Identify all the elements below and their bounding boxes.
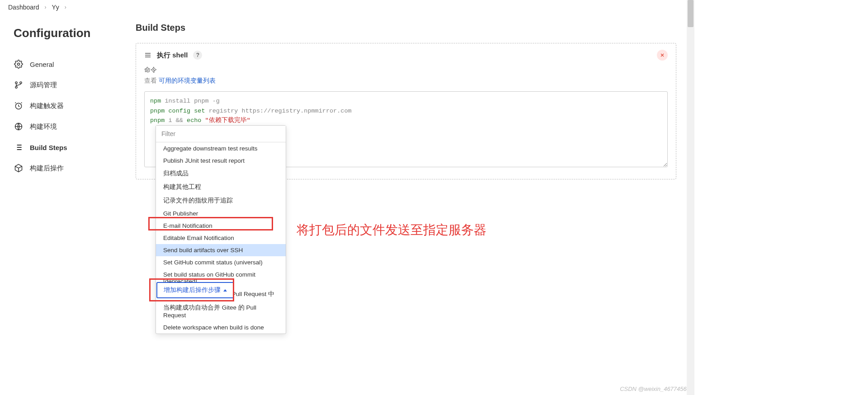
chevron-right-icon: › <box>45 4 47 10</box>
env-vars-link[interactable]: 可用的环境变量列表 <box>159 77 216 84</box>
sidebar-item-scm[interactable]: 源码管理 <box>14 75 125 95</box>
sidebar-item-label: 构建后操作 <box>30 164 64 173</box>
sidebar-item-build-steps[interactable]: Build Steps <box>14 137 125 158</box>
clock-icon <box>14 101 24 111</box>
dropdown-item[interactable]: 记录文件的指纹用于追踪 <box>156 194 286 207</box>
dropdown-item[interactable]: Git Publisher <box>156 207 286 220</box>
dropdown-filter-input[interactable] <box>156 126 286 142</box>
post-build-actions-dropdown: Aggregate downstream test results Publis… <box>156 125 286 334</box>
svg-point-2 <box>15 86 17 88</box>
remove-step-button[interactable] <box>657 50 668 61</box>
gear-icon <box>14 59 24 69</box>
dropdown-item[interactable]: Aggregate downstream test results <box>156 142 286 155</box>
breadcrumb-item[interactable]: Yy <box>52 4 59 11</box>
globe-icon <box>14 122 24 132</box>
sidebar-item-general[interactable]: General <box>14 54 125 75</box>
sidebar-item-env[interactable]: 构建环境 <box>14 116 125 137</box>
sidebar-item-label: Build Steps <box>30 144 67 151</box>
svg-point-0 <box>18 63 20 66</box>
sidebar: Configuration General 源码管理 构建触发器 构建环境 <box>0 14 136 179</box>
drag-handle-icon[interactable] <box>144 52 151 58</box>
breadcrumb-item[interactable]: Dashboard <box>8 4 39 11</box>
dropdown-item[interactable]: 构建其他工程 <box>156 180 286 194</box>
dropdown-list: Aggregate downstream test results Publis… <box>156 142 286 334</box>
help-icon[interactable]: ? <box>193 51 202 60</box>
scrollbar-thumb[interactable] <box>688 0 693 27</box>
chevron-right-icon: › <box>65 4 66 10</box>
sidebar-item-label: 构建触发器 <box>30 102 64 110</box>
section-title: Build Steps <box>136 23 676 33</box>
dropdown-item[interactable]: Editable Email Notification <box>156 232 286 244</box>
dropdown-item[interactable]: E-mail Notification <box>156 220 286 232</box>
page-title: Configuration <box>14 26 125 40</box>
scrollbar-track[interactable] <box>687 0 694 395</box>
svg-point-1 <box>15 82 17 84</box>
caret-up-icon <box>223 289 227 292</box>
watermark: CSDN @weixin_46774564 <box>620 386 690 392</box>
add-button-label: 增加构建后操作步骤 <box>164 286 221 294</box>
hint-line: 查看 可用的环境变量列表 <box>144 77 668 85</box>
branch-icon <box>14 80 24 90</box>
package-icon <box>14 163 24 173</box>
sidebar-item-label: General <box>30 61 54 68</box>
sidebar-item-post-build[interactable]: 构建后操作 <box>14 158 125 179</box>
dropdown-item[interactable]: Delete workspace when build is done <box>156 321 286 334</box>
sidebar-item-label: 构建环境 <box>30 122 57 131</box>
field-label: 命令 <box>144 66 668 74</box>
dropdown-item-selected[interactable]: Send build artifacts over SSH <box>156 244 286 256</box>
dropdown-item[interactable]: Publish JUnit test result report <box>156 155 286 167</box>
sidebar-item-triggers[interactable]: 构建触发器 <box>14 95 125 116</box>
add-post-build-step-button[interactable]: 增加构建后操作步骤 <box>156 282 234 298</box>
breadcrumb: Dashboard › Yy › <box>0 0 694 14</box>
sidebar-item-label: 源码管理 <box>30 81 57 89</box>
svg-point-3 <box>20 82 22 84</box>
dropdown-item[interactable]: 当构建成功自动合并 Gitee 的 Pull Request <box>156 301 286 321</box>
hint-prefix: 查看 <box>144 77 159 84</box>
dropdown-item[interactable]: 归档成品 <box>156 167 286 180</box>
annotation-text: 将打包后的文件发送至指定服务器 <box>297 221 486 239</box>
list-icon <box>14 142 24 152</box>
dropdown-item[interactable]: Set GitHub commit status (universal) <box>156 256 286 268</box>
step-title: 执行 shell <box>157 51 188 60</box>
